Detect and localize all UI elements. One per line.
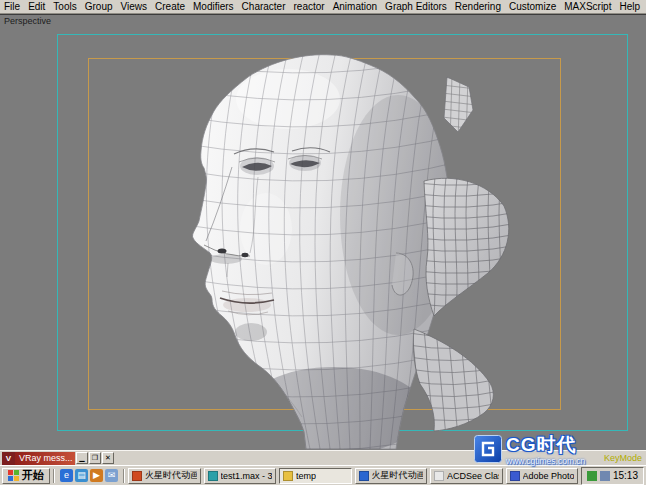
- task-app-icon: [132, 471, 142, 481]
- windows-logo-icon: [8, 470, 19, 481]
- menu-bar: FileEditToolsGroupViewsCreateModifiersCh…: [0, 0, 646, 14]
- menu-reactor[interactable]: reactor: [290, 1, 329, 12]
- task-label: 火星时代动画...: [372, 469, 424, 482]
- vray-window-title[interactable]: VRay mess...: [15, 452, 75, 465]
- tray-volume-icon[interactable]: [587, 471, 597, 481]
- windows-taskbar: 开始 e▤▶✉ 火星时代动画...test1.max - 3ds ...temp…: [0, 465, 646, 485]
- taskbar-clock: 15:13: [613, 470, 638, 481]
- task-label: ACDSee Classic ...: [447, 471, 499, 481]
- menu-edit[interactable]: Edit: [24, 1, 49, 12]
- keymode-status-text: KeyMode: [604, 453, 642, 463]
- menu-help[interactable]: Help: [615, 1, 644, 12]
- taskbar-task[interactable]: 火星时代动画...: [128, 468, 201, 484]
- menu-graph-editors[interactable]: Graph Editors: [381, 1, 451, 12]
- menu-views[interactable]: Views: [117, 1, 152, 12]
- task-label: Adobe Photoshop: [523, 471, 575, 481]
- menu-customize[interactable]: Customize: [505, 1, 560, 12]
- menu-group[interactable]: Group: [81, 1, 117, 12]
- menu-tools[interactable]: Tools: [49, 1, 80, 12]
- viewport-label[interactable]: Perspective: [4, 16, 51, 26]
- vray-window-icon: V: [2, 452, 15, 465]
- start-label: 开始: [22, 468, 44, 483]
- menu-rendering[interactable]: Rendering: [451, 1, 505, 12]
- cg-times-watermark: CG时代 www.cgtimes.com.cn: [474, 435, 585, 466]
- task-app-icon: [283, 471, 293, 481]
- watermark-title: CG时代: [506, 435, 585, 455]
- vray-window-control-button[interactable]: ✕: [102, 452, 114, 464]
- mail-icon[interactable]: ✉: [105, 469, 118, 482]
- menu-character[interactable]: Character: [238, 1, 290, 12]
- tray-network-icon[interactable]: [600, 471, 610, 481]
- taskbar-task[interactable]: Adobe Photoshop: [506, 468, 579, 484]
- task-app-icon: [510, 471, 520, 481]
- taskbar-divider: [53, 469, 55, 483]
- taskbar-task[interactable]: test1.max - 3ds ...: [204, 468, 277, 484]
- desktop-root: { "menu": { "items": ["File","Edit","Too…: [0, 0, 646, 485]
- menu-create[interactable]: Create: [151, 1, 189, 12]
- menu-maxscript[interactable]: MAXScript: [560, 1, 615, 12]
- vray-window-control-button[interactable]: ▁: [76, 452, 88, 464]
- watermark-url: www.cgtimes.com.cn: [506, 456, 585, 466]
- cg-times-logo-icon: [474, 435, 502, 463]
- taskbar-divider: [123, 469, 125, 483]
- task-label: 火星时代动画...: [145, 469, 197, 482]
- menu-modifiers[interactable]: Modifiers: [189, 1, 238, 12]
- wireframe-head-model[interactable]: [0, 15, 646, 451]
- media-player-icon[interactable]: ▶: [90, 469, 103, 482]
- taskbar-task[interactable]: ACDSee Classic ...: [430, 468, 503, 484]
- perspective-viewport[interactable]: Perspective: [0, 14, 646, 451]
- menu-file[interactable]: File: [0, 1, 24, 12]
- taskbar-task[interactable]: temp: [279, 468, 352, 484]
- menu-animation[interactable]: Animation: [329, 1, 381, 12]
- start-button[interactable]: 开始: [2, 468, 50, 484]
- taskbar-tasks: 火星时代动画...test1.max - 3ds ...temp火星时代动画..…: [128, 468, 578, 484]
- task-app-icon: [359, 471, 369, 481]
- system-tray: 15:13: [581, 467, 644, 485]
- show-desktop-icon[interactable]: ▤: [75, 469, 88, 482]
- vray-minimized-window[interactable]: V VRay mess... ▁❐✕: [2, 452, 114, 465]
- tray-icons: [587, 471, 610, 481]
- ie-icon[interactable]: e: [60, 469, 73, 482]
- taskbar-task[interactable]: 火星时代动画...: [355, 468, 428, 484]
- quick-launch-bar: e▤▶✉: [60, 469, 118, 482]
- vray-window-control-button[interactable]: ❐: [89, 452, 101, 464]
- task-label: temp: [296, 471, 316, 481]
- vray-window-controls: ▁❐✕: [75, 452, 114, 465]
- task-app-icon: [208, 471, 218, 481]
- task-label: test1.max - 3ds ...: [221, 471, 273, 481]
- task-app-icon: [434, 471, 444, 481]
